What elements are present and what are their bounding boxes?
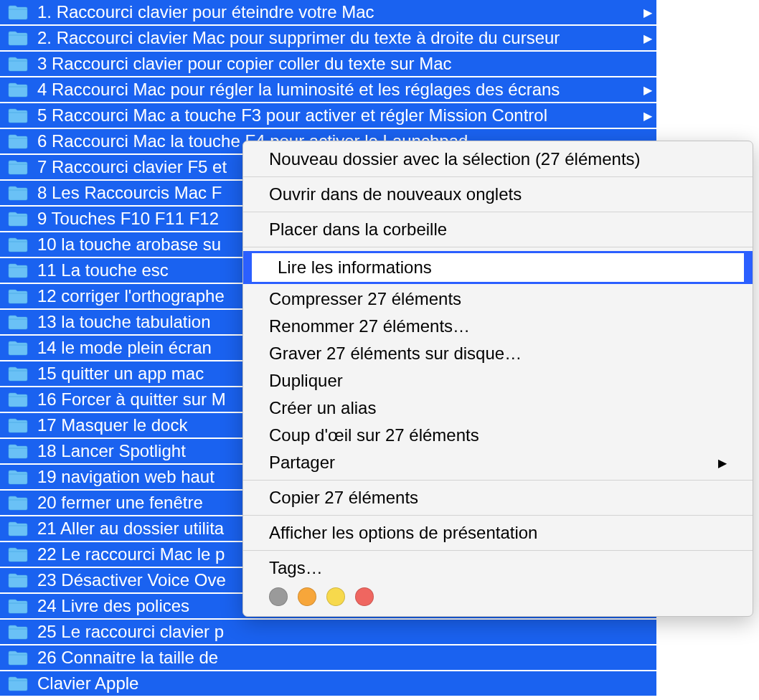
list-item[interactable]: 1. Raccourci clavier pour éteindre votre… — [0, 0, 656, 26]
menu-item-label: Coup d'œil sur 27 éléments — [269, 425, 479, 445]
tag-circle[interactable] — [355, 587, 374, 606]
tag-circle[interactable] — [298, 587, 316, 606]
folder-icon — [7, 133, 29, 150]
folder-icon — [7, 107, 29, 124]
list-item[interactable]: Clavier Apple — [0, 671, 656, 697]
folder-icon — [7, 339, 29, 356]
list-item[interactable]: 2. Raccourci clavier Mac pour supprimer … — [0, 26, 656, 52]
list-item-label: 4 Raccourci Mac pour régler la luminosit… — [37, 80, 656, 100]
menu-item-label: Copier 27 éléments — [269, 488, 418, 508]
menu-item[interactable]: Créer un alias — [243, 394, 753, 422]
menu-item-label: Graver 27 éléments sur disque… — [269, 344, 522, 364]
menu-item[interactable]: Tags… — [243, 554, 753, 582]
folder-icon — [7, 443, 29, 460]
menu-item-label: Afficher les options de présentation — [269, 523, 537, 543]
list-item-label: 26 Connaitre la taille de — [37, 648, 656, 668]
menu-item-label: Nouveau dossier avec la sélection (27 él… — [269, 149, 641, 169]
folder-icon — [7, 468, 29, 486]
list-item[interactable]: 4 Raccourci Mac pour régler la luminosit… — [0, 77, 656, 103]
folder-icon — [7, 623, 29, 640]
menu-item[interactable]: Placer dans la corbeille — [243, 216, 753, 243]
menu-item[interactable]: Compresser 27 éléments — [243, 285, 753, 313]
menu-item[interactable]: Renommer 27 éléments… — [243, 313, 753, 340]
list-item[interactable]: 5 Raccourci Mac a touche F3 pour activer… — [0, 103, 656, 129]
menu-separator — [243, 212, 753, 212]
folder-icon — [7, 597, 29, 615]
menu-item-label: Dupliquer — [269, 371, 343, 391]
folder-icon — [7, 546, 29, 563]
folder-icon — [7, 572, 29, 589]
folder-icon — [7, 391, 29, 408]
chevron-right-icon: ▶ — [718, 456, 727, 470]
folder-icon — [7, 520, 29, 537]
menu-item[interactable]: Lire les informations — [252, 253, 744, 282]
list-item[interactable]: 25 Le raccourci clavier p — [0, 620, 656, 645]
context-menu: Nouveau dossier avec la sélection (27 él… — [242, 141, 753, 617]
folder-icon — [7, 494, 29, 511]
folder-icon — [7, 55, 29, 72]
menu-item-label: Renommer 27 éléments… — [269, 316, 470, 336]
chevron-right-icon: ▶ — [644, 109, 652, 123]
menu-item-label: Créer un alias — [269, 398, 376, 418]
menu-item[interactable]: Coup d'œil sur 27 éléments — [243, 422, 753, 449]
menu-item[interactable]: Ouvrir dans de nouveaux onglets — [243, 181, 753, 208]
menu-item[interactable]: Dupliquer — [243, 367, 753, 394]
folder-icon — [7, 4, 29, 21]
list-item-label: 25 Le raccourci clavier p — [37, 622, 656, 642]
folder-icon — [7, 417, 29, 434]
menu-item-label: Compresser 27 éléments — [269, 289, 461, 309]
chevron-right-icon: ▶ — [644, 32, 652, 45]
list-item[interactable]: 26 Connaitre la taille de — [0, 645, 656, 671]
folder-icon — [7, 159, 29, 176]
tag-circle[interactable] — [326, 587, 345, 606]
list-item-label: 3 Raccourci clavier pour copier coller d… — [37, 54, 656, 74]
menu-separator — [243, 247, 753, 247]
folder-icon — [7, 675, 29, 692]
menu-item-label: Ouvrir dans de nouveaux onglets — [269, 184, 522, 204]
menu-separator — [243, 550, 753, 551]
list-item-label: 1. Raccourci clavier pour éteindre votre… — [37, 2, 656, 22]
folder-icon — [7, 81, 29, 98]
folder-icon — [7, 210, 29, 227]
menu-item-label: Placer dans la corbeille — [269, 219, 447, 240]
menu-item[interactable]: Graver 27 éléments sur disque… — [243, 340, 753, 367]
menu-item-label: Lire les informations — [278, 257, 432, 278]
menu-separator — [243, 176, 753, 177]
list-item[interactable]: 3 Raccourci clavier pour copier coller d… — [0, 52, 656, 77]
list-item-label: 2. Raccourci clavier Mac pour supprimer … — [37, 28, 656, 48]
chevron-right-icon: ▶ — [644, 83, 652, 97]
menu-separator — [243, 480, 753, 481]
folder-icon — [7, 288, 29, 305]
folder-icon — [7, 236, 29, 253]
menu-separator — [243, 515, 753, 516]
menu-item[interactable]: Partager▶ — [243, 449, 753, 476]
list-item-label: Clavier Apple — [37, 673, 656, 694]
menu-item[interactable]: Nouveau dossier avec la sélection (27 él… — [243, 146, 753, 173]
tag-circle[interactable] — [269, 587, 288, 606]
menu-item[interactable]: Copier 27 éléments — [243, 484, 753, 511]
folder-icon — [7, 184, 29, 202]
list-item-label: 5 Raccourci Mac a touche F3 pour activer… — [37, 105, 656, 126]
menu-item-label: Tags… — [269, 558, 323, 578]
tags-row — [243, 582, 753, 609]
folder-icon — [7, 29, 29, 47]
menu-item[interactable]: Afficher les options de présentation — [243, 519, 753, 547]
folder-icon — [7, 649, 29, 666]
folder-icon — [7, 262, 29, 279]
folder-icon — [7, 313, 29, 331]
menu-item-label: Partager — [269, 453, 335, 473]
chevron-right-icon: ▶ — [644, 6, 652, 19]
folder-icon — [7, 365, 29, 382]
